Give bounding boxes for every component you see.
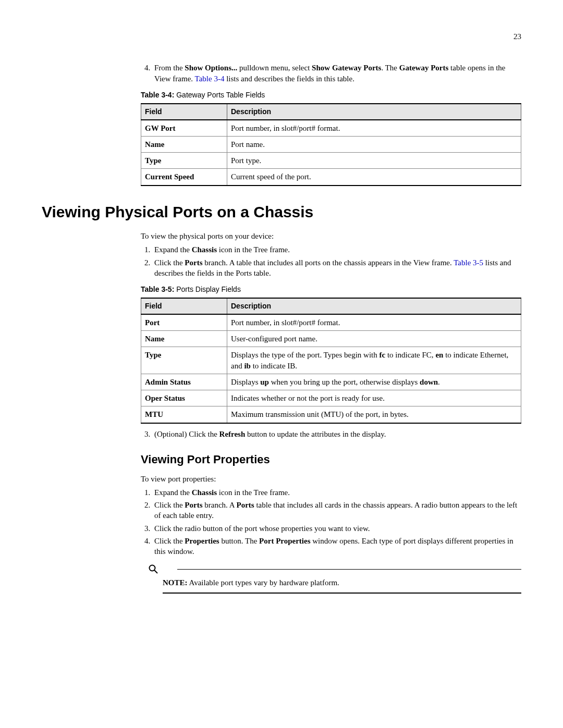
svg-point-0 xyxy=(150,565,155,571)
ports-display-table: Field Description Port Port number, in s… xyxy=(141,298,521,424)
field-cell: Current Speed xyxy=(141,169,227,186)
table-row: Name User-configured port name. xyxy=(141,331,521,347)
ib-label: ib xyxy=(244,362,251,370)
table-row: Type Displays the type of the port. Type… xyxy=(141,347,521,374)
port-properties-label: Port Properties xyxy=(259,537,310,545)
desc-cell: Displays up when you bring up the port, … xyxy=(227,374,521,390)
field-cell: Port xyxy=(141,314,227,331)
down-label: down xyxy=(420,378,438,386)
text: Click the xyxy=(154,537,185,545)
props-intro: To view port properties: xyxy=(141,474,521,484)
text: Displays the type of the port. Types beg… xyxy=(231,351,379,359)
desc-cell: Indicates whether or not the port is rea… xyxy=(227,390,521,406)
chassis-label: Chassis xyxy=(192,488,217,497)
table-row: Port Port number, in slot#/port# format. xyxy=(141,314,521,331)
text: From the xyxy=(154,64,185,72)
en-label: en xyxy=(435,351,443,359)
text: to indicate FC, xyxy=(385,351,435,359)
heading-viewing-physical-ports: Viewing Physical Ports on a Chassis xyxy=(42,202,521,223)
desc-cell: Current speed of the port. xyxy=(227,169,521,186)
table-row: Name Port name. xyxy=(141,136,521,152)
ports-branch-label: Ports xyxy=(185,258,202,267)
ports-table-label: Ports xyxy=(236,501,254,509)
ports-step-2: Click the Ports branch. A table that inc… xyxy=(152,257,521,279)
text: to indicate IB. xyxy=(251,362,297,370)
note-label: NOTE: xyxy=(163,578,188,587)
note-divider-bottom xyxy=(163,593,521,594)
heading-viewing-port-properties: Viewing Port Properties xyxy=(141,452,521,467)
ports-steps: Expand the Chassis icon in the Tree fram… xyxy=(141,244,521,278)
text: branch. A xyxy=(202,501,236,509)
svg-line-1 xyxy=(154,570,157,573)
field-cell: Name xyxy=(141,136,227,152)
props-step-1: Expand the Chassis icon in the Tree fram… xyxy=(152,487,521,498)
table-row: MTU Maximum transmission unit (MTU) of t… xyxy=(141,406,521,423)
text: button to update the attributes in the d… xyxy=(245,430,386,438)
table-row: GW Port Port number, in slot#/port# form… xyxy=(141,120,521,137)
table-3-5-link[interactable]: Table 3-5 xyxy=(454,258,483,267)
properties-button-label: Properties xyxy=(185,537,219,545)
text: Expand the xyxy=(154,488,192,497)
header-description: Description xyxy=(227,298,521,314)
text: lists and describes the fields in this t… xyxy=(224,75,354,83)
fc-label: fc xyxy=(379,351,385,359)
table-3-4-caption: Table 3-4: Gateway Ports Table Fields xyxy=(141,90,521,100)
text: Click the xyxy=(154,501,185,509)
caption-number: Table 3-4: xyxy=(141,91,174,99)
table-row: Type Port type. xyxy=(141,153,521,169)
caption-number: Table 3-5: xyxy=(141,285,174,293)
chassis-label: Chassis xyxy=(192,245,217,254)
props-step-4: Click the Properties button. The Port Pr… xyxy=(152,536,521,557)
gateway-ports-table: Field Description GW Port Port number, i… xyxy=(141,103,521,186)
note-text: NOTE: Available port types vary by hardw… xyxy=(163,577,521,588)
text: icon in the Tree frame. xyxy=(217,488,290,497)
desc-cell: Displays the type of the port. Types beg… xyxy=(227,347,521,374)
text: icon in the Tree frame. xyxy=(217,245,290,254)
header-description: Description xyxy=(227,104,521,120)
field-cell: Type xyxy=(141,153,227,169)
text: branch. A table that includes all ports … xyxy=(202,258,454,267)
field-cell: Type xyxy=(141,347,227,374)
table-3-4-link[interactable]: Table 3-4 xyxy=(195,75,225,83)
ports-branch-label: Ports xyxy=(185,501,202,509)
note-block: NOTE: Available port types vary by hardw… xyxy=(148,564,521,593)
text: Click the xyxy=(154,258,185,267)
text: Click the radio button of the port whose… xyxy=(154,524,370,533)
desc-cell: Port name. xyxy=(227,136,521,152)
text: . The xyxy=(381,64,399,72)
field-cell: Admin Status xyxy=(141,374,227,390)
field-cell: MTU xyxy=(141,406,227,423)
text: button. The xyxy=(219,537,259,545)
table-row: Current Speed Current speed of the port. xyxy=(141,169,521,186)
field-cell: Oper Status xyxy=(141,390,227,406)
header-field: Field xyxy=(141,298,227,314)
caption-text: Ports Display Fields xyxy=(174,285,241,293)
note-divider-top xyxy=(177,569,521,570)
ports-steps-continued: (Optional) Click the Refresh button to u… xyxy=(141,429,521,439)
header-field: Field xyxy=(141,104,227,120)
up-label: up xyxy=(260,378,269,386)
table-header-row: Field Description xyxy=(141,298,521,314)
table-row: Oper Status Indicates whether or not the… xyxy=(141,390,521,406)
refresh-label: Refresh xyxy=(219,430,246,438)
text: pulldown menu, select xyxy=(237,64,312,72)
desc-cell: User-configured port name. xyxy=(227,331,521,347)
magnifier-icon xyxy=(148,564,163,574)
field-cell: Name xyxy=(141,331,227,347)
table-3-5-caption: Table 3-5: Ports Display Fields xyxy=(141,285,521,294)
text: Expand the xyxy=(154,245,192,254)
props-step-2: Click the Ports branch. A Ports table th… xyxy=(152,500,521,521)
caption-text: Gateway Ports Table Fields xyxy=(174,91,265,99)
gateway-ports-label: Gateway Ports xyxy=(399,64,449,72)
ports-intro: To view the physical ports on your devic… xyxy=(141,231,521,241)
intro-step-list: From the Show Options... pulldown menu, … xyxy=(141,63,521,84)
ports-step-1: Expand the Chassis icon in the Tree fram… xyxy=(152,244,521,255)
show-options-label: Show Options... xyxy=(185,64,237,72)
desc-cell: Port type. xyxy=(227,153,521,169)
field-cell: GW Port xyxy=(141,120,227,137)
text: (Optional) Click the xyxy=(154,430,219,438)
show-gateway-ports-label: Show Gateway Ports xyxy=(312,64,381,72)
table-header-row: Field Description xyxy=(141,104,521,120)
desc-cell: Port number, in slot#/port# format. xyxy=(227,120,521,137)
intro-step-4: From the Show Options... pulldown menu, … xyxy=(152,63,521,84)
